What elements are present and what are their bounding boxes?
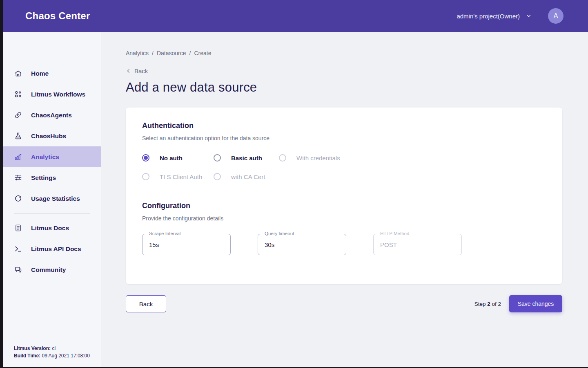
left-edge-bar: [0, 0, 3, 368]
query-timeout-input[interactable]: [258, 234, 346, 255]
avatar-letter: A: [554, 12, 558, 20]
radio-disabled-icon: [279, 154, 286, 162]
project-selector-label: admin's project(Owner): [457, 13, 520, 20]
sidebar-item-usage-statistics[interactable]: Usage Statistics: [3, 188, 101, 209]
sidebar-item-label: Home: [31, 70, 49, 77]
sidebar-item-community[interactable]: Community: [3, 259, 101, 280]
step-prefix: Step: [474, 301, 486, 307]
back-link-label: Back: [134, 67, 148, 74]
back-link[interactable]: Back: [126, 67, 148, 74]
sidebar-item-label: Litmus Docs: [31, 224, 69, 232]
page-title: Add a new data source: [126, 80, 562, 95]
radio-with-credentials: With credentials: [279, 154, 546, 162]
breadcrumb-analytics[interactable]: Analytics: [126, 50, 149, 56]
sidebar-item-chaosagents[interactable]: ChaosAgents: [3, 105, 101, 126]
radio-checked-icon: [142, 154, 149, 162]
sidebar-item-label: Community: [31, 266, 66, 274]
auth-options: No auth Basic auth With credentials TLS …: [142, 154, 546, 180]
sidebar-item-label: Analytics: [31, 153, 59, 161]
configuration-section-title: Configuration: [142, 202, 546, 210]
radio-label: No auth: [160, 155, 183, 162]
sidebar-item-label: Settings: [31, 174, 56, 182]
radio-label: with CA Cert: [231, 173, 265, 180]
sidebar-item-chaoshubs[interactable]: ChaosHubs: [3, 126, 101, 146]
sidebar: Home Litmus Workflows ChaosAgents ChaosH…: [3, 32, 101, 367]
chevron-left-icon: [126, 68, 131, 74]
sidebar-item-analytics[interactable]: Analytics: [3, 146, 101, 167]
home-icon: [14, 70, 22, 78]
workflows-icon: [14, 90, 22, 99]
sidebar-item-litmus-workflows[interactable]: Litmus Workflows: [3, 84, 101, 105]
sidebar-item-label: Usage Statistics: [31, 195, 80, 202]
save-changes-button[interactable]: Save changes: [509, 295, 562, 312]
avatar[interactable]: A: [548, 8, 564, 24]
radio-tls-client-auth: TLS Client Auth: [142, 173, 214, 180]
sidebar-item-home[interactable]: Home: [3, 63, 101, 84]
step-suffix: of 2: [492, 301, 501, 307]
radio-disabled-icon: [142, 173, 149, 180]
main-content: Analytics / Datasource / Create Back Add…: [101, 32, 588, 367]
screen: Chaos Center admin's project(Owner) A Ho…: [0, 0, 588, 368]
breadcrumb: Analytics / Datasource / Create: [126, 50, 562, 56]
radio-no-auth[interactable]: No auth: [142, 154, 214, 162]
radio-label: With credentials: [296, 155, 340, 162]
query-timeout-field: Query timeout: [258, 234, 346, 255]
form-footer: Back Step 2 of 2 Save changes: [126, 295, 562, 312]
back-button[interactable]: Back: [126, 295, 166, 312]
footer-right: Step 2 of 2 Save changes: [474, 295, 562, 312]
flask-icon: [14, 132, 22, 140]
sidebar-item-settings[interactable]: Settings: [3, 167, 101, 188]
configuration-section-subtitle: Provide the configuration details: [142, 215, 546, 222]
scrape-interval-input[interactable]: [143, 234, 230, 255]
build-time-label: Build Time:: [14, 353, 40, 359]
terminal-icon: [14, 245, 22, 253]
step-current: 2: [487, 301, 490, 307]
sidebar-item-label: ChaosHubs: [31, 132, 66, 140]
sidebar-divider: [14, 213, 90, 213]
header-right: admin's project(Owner) A: [457, 8, 588, 24]
step-indicator: Step 2 of 2: [474, 301, 501, 307]
configuration-fields: Scrape Interval Query timeout HTTP Metho…: [142, 234, 546, 255]
radio-unchecked-icon: [214, 154, 221, 162]
sidebar-item-label: Litmus API Docs: [31, 245, 81, 253]
bar-chart-icon: [14, 153, 22, 161]
sidebar-item-label: Litmus Workflows: [31, 91, 85, 98]
radio-disabled-icon: [214, 173, 221, 180]
sidebar-item-label: ChaosAgents: [31, 112, 72, 119]
sidebar-item-litmus-docs[interactable]: Litmus Docs: [3, 218, 101, 238]
breadcrumb-create[interactable]: Create: [194, 50, 211, 56]
breadcrumb-separator: /: [152, 50, 154, 56]
link-icon: [14, 111, 22, 119]
app-header: Chaos Center admin's project(Owner) A: [0, 0, 588, 32]
scrape-interval-field: Scrape Interval: [142, 234, 231, 255]
configuration-section: Configuration Provide the configuration …: [142, 202, 546, 255]
version-label: Litmus Version:: [14, 346, 51, 351]
document-icon: [14, 224, 22, 232]
http-method-input[interactable]: [374, 234, 461, 255]
radio-basic-auth[interactable]: Basic auth: [214, 154, 279, 162]
refresh-icon: [14, 195, 22, 203]
datasource-form-card: Authentication Select an authentication …: [126, 108, 562, 284]
app-title: Chaos Center: [25, 10, 90, 22]
chat-icon: [14, 266, 22, 274]
sliders-icon: [14, 174, 22, 182]
version-value: ci: [52, 346, 56, 351]
http-method-field: HTTP Method: [373, 234, 462, 255]
project-selector[interactable]: admin's project(Owner): [457, 13, 532, 20]
authentication-section-subtitle: Select an authentication option for the …: [142, 135, 546, 141]
version-info: Litmus Version: ci Build Time: 09 Aug 20…: [14, 345, 90, 359]
breadcrumb-datasource[interactable]: Datasource: [157, 50, 186, 56]
radio-label: Basic auth: [231, 155, 262, 162]
radio-label: TLS Client Auth: [160, 173, 202, 180]
chevron-down-icon: [526, 13, 532, 19]
breadcrumb-separator: /: [189, 50, 191, 56]
build-time-value: 09 Aug 2021 17:08:00: [42, 353, 89, 359]
sidebar-item-litmus-api-docs[interactable]: Litmus API Docs: [3, 238, 101, 259]
sidebar-nav: Home Litmus Workflows ChaosAgents ChaosH…: [3, 63, 101, 280]
radio-with-ca-cert: with CA Cert: [214, 173, 279, 180]
authentication-section-title: Authentication: [142, 121, 546, 130]
